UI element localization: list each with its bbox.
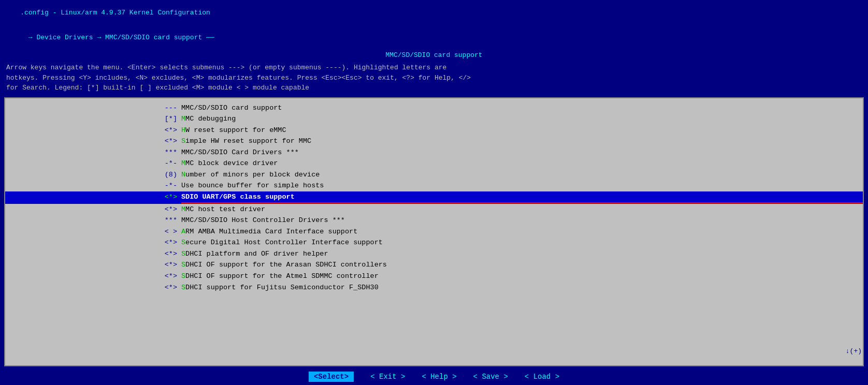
- title-bar: .config - Linux/arm 4.9.37 Kernel Config…: [0, 0, 868, 25]
- help-line3: for Search. Legend: [*] built-in [ ] exc…: [6, 83, 862, 93]
- menu-item-15[interactable]: <*> SDHCI OF support for the Atmel SDMMC…: [5, 271, 863, 282]
- menu-container: --- MMC/SD/SDIO card support[*] MMC debu…: [4, 97, 864, 367]
- menu-inner: --- MMC/SD/SDIO card support[*] MMC debu…: [5, 98, 863, 298]
- exit-button[interactable]: < Exit >: [370, 373, 405, 381]
- scroll-indicator: ↓(+): [846, 347, 862, 355]
- menu-item-2[interactable]: <*> HW reset support for eMMC: [5, 125, 863, 136]
- bottom-bar: <Select> < Exit > < Help > < Save > < Lo…: [0, 368, 868, 385]
- load-button[interactable]: < Load >: [525, 373, 559, 381]
- menu-item-5[interactable]: -*- MMC block device driver: [5, 158, 863, 169]
- help-text: Arrow keys navigate the menu. <Enter> se…: [0, 61, 868, 95]
- menu-item-16[interactable]: <*> SDHCI support for Fujitsu Semiconduc…: [5, 282, 863, 293]
- menu-item-7[interactable]: -*- Use bounce buffer for simple hosts: [5, 180, 863, 191]
- menu-item-1[interactable]: [*] MMC debugging: [5, 113, 863, 125]
- menu-item-9[interactable]: <*> MMC host test driver: [5, 204, 863, 215]
- breadcrumb: → Device Drivers → MMC/SD/SDIO card supp…: [0, 25, 868, 50]
- menu-item-12[interactable]: <*> Secure Digital Host Controller Inter…: [5, 237, 863, 248]
- help-line2: hotkeys. Pressing <Y> includes, <N> excl…: [6, 73, 862, 83]
- title-text: .config - Linux/arm 4.9.37 Kernel Config…: [20, 9, 210, 17]
- menu-item-14[interactable]: <*> SDHCI OF support for the Arasan SDHC…: [5, 259, 863, 271]
- help-line1: Arrow keys navigate the menu. <Enter> se…: [6, 63, 862, 73]
- menu-item-13[interactable]: <*> SDHCI platform and OF driver helper: [5, 248, 863, 260]
- breadcrumb-text: → Device Drivers → MMC/SD/SDIO card supp…: [20, 34, 214, 41]
- select-button[interactable]: <Select>: [309, 372, 354, 382]
- menu-item-8[interactable]: <*> SDIO UART/GPS class support: [5, 191, 863, 204]
- menu-item-11[interactable]: < > ARM AMBA Multimedia Card Interface s…: [5, 226, 863, 238]
- menu-item-0[interactable]: --- MMC/SD/SDIO card support: [5, 102, 863, 114]
- terminal: .config - Linux/arm 4.9.37 Kernel Config…: [0, 0, 868, 385]
- center-title: MMC/SD/SDIO card support: [0, 50, 868, 61]
- help-button[interactable]: < Help >: [422, 373, 456, 381]
- menu-item-4[interactable]: *** MMC/SD/SDIO Card Drivers ***: [5, 147, 863, 158]
- menu-item-6[interactable]: (8) Number of minors per block device: [5, 169, 863, 181]
- save-button[interactable]: < Save >: [473, 373, 508, 381]
- menu-item-10[interactable]: *** MMC/SD/SDIO Host Controller Drivers …: [5, 215, 863, 226]
- menu-item-3[interactable]: <*> Simple HW reset support for MMC: [5, 136, 863, 147]
